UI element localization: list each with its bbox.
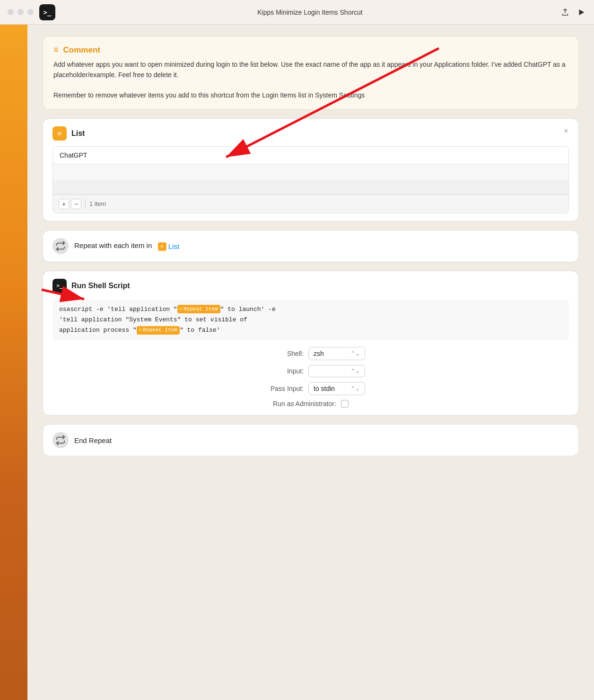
pass-input-value: to stdin bbox=[314, 385, 335, 392]
list-badge-inline: ≡ List bbox=[158, 242, 179, 251]
list-close-button[interactable]: × bbox=[561, 126, 571, 136]
pass-input-chevron: ⌃⌄ bbox=[350, 385, 360, 392]
shell-value: zsh bbox=[314, 350, 324, 357]
fullscreen-traffic-light[interactable] bbox=[27, 9, 34, 15]
repeat-item-badge-1: ✕Repeat Item bbox=[177, 305, 220, 313]
list-items-area: ChatGPT + − 1 item bbox=[52, 146, 569, 213]
input-chevron: ⌃⌄ bbox=[350, 368, 360, 374]
shell-code-block: osascript -e 'tell application "✕Repeat … bbox=[52, 300, 569, 340]
repeat-each-text: Repeat with each item in ≡ List bbox=[74, 241, 179, 251]
end-repeat-card: End Repeat bbox=[43, 424, 579, 456]
input-label: Input: bbox=[256, 367, 304, 375]
code-text-3: 'tell application "System Events" to set… bbox=[59, 316, 247, 323]
list-count: 1 item bbox=[89, 200, 106, 207]
end-repeat-title: End Repeat bbox=[74, 436, 112, 444]
comment-card: ≡ Comment Add whatever apps you want to … bbox=[43, 36, 579, 110]
app-icon: >_ bbox=[39, 4, 55, 20]
share-icon[interactable] bbox=[560, 7, 570, 18]
list-controls: + − 1 item bbox=[53, 195, 568, 213]
shell-title: Run Shell Script bbox=[71, 282, 130, 290]
pass-input-field-row: Pass Input: to stdin ⌃⌄ bbox=[256, 382, 365, 395]
window-title: Kipps Minimize Login Items Shorcut bbox=[60, 9, 560, 16]
input-field-row: Input: ⌃⌄ bbox=[256, 365, 365, 377]
titlebar: >_ Kipps Minimize Login Items Shorcut bbox=[0, 0, 594, 25]
end-repeat-icon-badge bbox=[52, 432, 69, 448]
minimize-traffic-light[interactable] bbox=[17, 9, 24, 15]
list-badge-text[interactable]: List bbox=[168, 242, 179, 250]
left-sidebar-bar bbox=[0, 0, 27, 700]
close-traffic-light[interactable] bbox=[8, 9, 14, 15]
comment-text: Add whatever apps you want to open minim… bbox=[53, 60, 568, 101]
run-admin-checkbox[interactable] bbox=[341, 400, 349, 408]
input-select[interactable]: ⌃⌄ bbox=[308, 365, 365, 377]
shell-header: >_ Run Shell Script bbox=[52, 279, 569, 293]
list-card-title: List bbox=[71, 129, 85, 138]
titlebar-actions bbox=[560, 7, 586, 18]
code-text-4: application process " bbox=[59, 327, 137, 334]
comment-icon: ≡ bbox=[53, 45, 59, 55]
run-admin-field-row: Run as Administrator: bbox=[273, 400, 349, 408]
repeat-each-card: Repeat with each item in ≡ List bbox=[43, 230, 579, 262]
code-text-5: " to false' bbox=[180, 327, 220, 334]
shell-select[interactable]: zsh ⌃⌄ bbox=[308, 347, 365, 360]
terminal-symbol: >_ bbox=[44, 9, 52, 16]
shell-label: Shell: bbox=[256, 350, 304, 357]
shell-icon-badge: >_ bbox=[52, 279, 67, 293]
pass-input-select[interactable]: to stdin ⌃⌄ bbox=[308, 382, 365, 395]
main-content: ≡ Comment Add whatever apps you want to … bbox=[27, 25, 594, 700]
list-card: ≡ List × ChatGPT + − 1 item bbox=[43, 118, 579, 222]
svg-marker-0 bbox=[579, 9, 585, 15]
run-admin-label: Run as Administrator: bbox=[273, 400, 336, 408]
shell-field-row: Shell: zsh ⌃⌄ bbox=[256, 347, 365, 360]
shell-terminal-symbol: >_ bbox=[56, 283, 62, 289]
repeat-icon-badge bbox=[52, 238, 69, 254]
play-icon[interactable] bbox=[576, 7, 586, 18]
list-icon-badge: ≡ bbox=[52, 126, 67, 141]
list-remove-button[interactable]: − bbox=[71, 199, 81, 209]
comment-header: ≡ Comment bbox=[53, 45, 568, 55]
list-add-button[interactable]: + bbox=[59, 199, 69, 209]
pass-input-label: Pass Input: bbox=[256, 385, 304, 392]
shell-chevron: ⌃⌄ bbox=[350, 350, 360, 357]
repeat-each-prefix: Repeat with each item in bbox=[74, 241, 152, 249]
list-item-empty-2[interactable] bbox=[53, 181, 568, 195]
list-badge-icon: ≡ bbox=[158, 242, 166, 251]
code-text-2: " to launch' -e bbox=[220, 306, 276, 313]
repeat-item-badge-2: ✕Repeat Item bbox=[137, 326, 180, 335]
list-icon-symbol: ≡ bbox=[58, 129, 62, 137]
shell-fields: Shell: zsh ⌃⌄ Input: ⌃⌄ Pass Input: to s… bbox=[52, 347, 569, 408]
list-card-header: ≡ List bbox=[52, 126, 569, 141]
list-item[interactable]: ChatGPT bbox=[53, 147, 568, 164]
list-controls-divider bbox=[85, 200, 86, 208]
shell-script-card: >_ Run Shell Script osascript -e 'tell a… bbox=[43, 271, 579, 416]
traffic-lights bbox=[8, 9, 34, 15]
comment-title: Comment bbox=[63, 45, 100, 55]
list-item-empty-1[interactable] bbox=[53, 164, 568, 181]
code-text-1: osascript -e 'tell application " bbox=[59, 306, 177, 313]
